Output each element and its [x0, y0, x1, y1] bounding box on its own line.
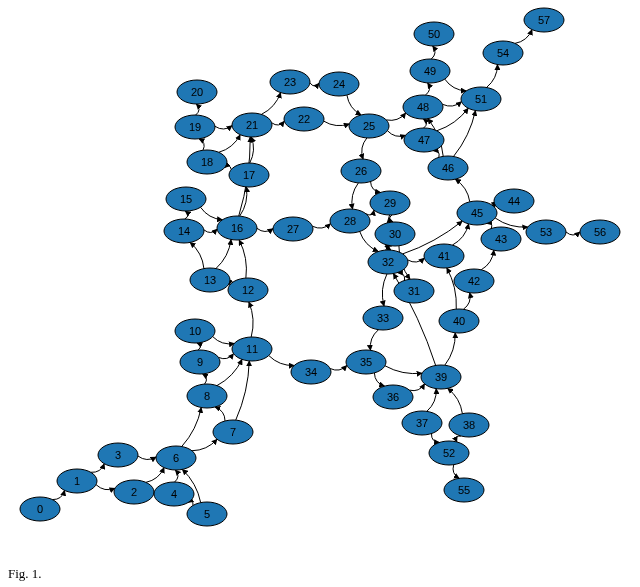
- node-56: 56: [580, 220, 620, 244]
- node-4: 4: [154, 482, 194, 506]
- node-ellipse-5: [187, 502, 227, 526]
- node-8: 8: [187, 384, 227, 408]
- node-ellipse-56: [580, 220, 620, 244]
- edge-3-6: [138, 456, 156, 459]
- node-ellipse-53: [526, 220, 566, 244]
- node-ellipse-40: [439, 309, 479, 333]
- edge-13-14: [190, 242, 204, 268]
- node-33: 33: [363, 306, 403, 330]
- edge-49-51: [445, 79, 466, 91]
- node-ellipse-41: [424, 244, 464, 268]
- node-35: 35: [346, 350, 386, 374]
- edge-49-50: [431, 46, 435, 59]
- node-23: 23: [270, 70, 310, 94]
- node-57: 57: [524, 8, 564, 32]
- edge-35-36: [374, 373, 384, 386]
- node-ellipse-2: [114, 480, 154, 504]
- edge-43-45: [487, 223, 492, 228]
- node-ellipse-32: [368, 250, 408, 274]
- edge-40-42: [463, 293, 470, 310]
- edge-38-52: [456, 436, 461, 442]
- node-18: 18: [187, 150, 227, 174]
- node-13: 13: [190, 268, 230, 292]
- node-10: 10: [175, 319, 215, 343]
- node-ellipse-10: [175, 319, 215, 343]
- node-3: 3: [98, 443, 138, 467]
- edge-7-8: [215, 407, 225, 421]
- edge-19-21: [215, 126, 232, 129]
- node-0: 0: [20, 497, 60, 521]
- edge-0-1: [52, 490, 64, 499]
- node-52: 52: [429, 441, 469, 465]
- node-40: 40: [439, 309, 479, 333]
- node-31: 31: [394, 279, 434, 303]
- edge-35-39: [385, 366, 422, 374]
- node-ellipse-22: [284, 107, 324, 131]
- edge-19-20: [196, 104, 199, 115]
- node-ellipse-4: [154, 482, 194, 506]
- edge-18-21: [219, 135, 240, 153]
- node-5: 5: [187, 502, 227, 526]
- node-ellipse-18: [187, 150, 227, 174]
- edge-26-28: [352, 183, 359, 209]
- node-36: 36: [373, 385, 413, 409]
- edge-6-7: [192, 439, 217, 450]
- node-42: 42: [454, 269, 494, 293]
- node-14: 14: [164, 219, 204, 243]
- node-11: 11: [232, 337, 272, 361]
- edge-21-22: [272, 121, 285, 125]
- node-38: 38: [449, 413, 489, 437]
- node-ellipse-42: [454, 269, 494, 293]
- edge-52-55: [453, 465, 459, 479]
- edge-37-52: [431, 434, 439, 443]
- node-1: 1: [57, 469, 97, 493]
- node-ellipse-9: [180, 350, 220, 374]
- node-ellipse-16: [217, 216, 257, 240]
- edge-25-48: [386, 113, 405, 120]
- node-2: 2: [114, 480, 154, 504]
- edge-37-39: [427, 389, 436, 412]
- nodes-layer: 0123456789101112131415161718192021222324…: [20, 8, 620, 526]
- node-15: 15: [166, 187, 206, 211]
- edge-22-25: [324, 121, 350, 126]
- edge-1-3: [91, 464, 105, 473]
- node-32: 32: [368, 250, 408, 274]
- edge-53-56: [566, 232, 580, 235]
- node-ellipse-1: [57, 469, 97, 493]
- node-25: 25: [349, 114, 389, 138]
- edge-6-8: [182, 407, 202, 446]
- node-53: 53: [526, 220, 566, 244]
- edge-24-25: [347, 95, 361, 115]
- node-ellipse-37: [402, 411, 442, 435]
- edge-10-11: [213, 337, 235, 344]
- edge-8-11: [217, 359, 242, 385]
- edge-30-32: [389, 246, 392, 250]
- node-ellipse-35: [346, 350, 386, 374]
- node-ellipse-26: [341, 159, 381, 183]
- node-ellipse-46: [428, 156, 468, 180]
- node-ellipse-57: [524, 8, 564, 32]
- edge-16-17: [240, 187, 247, 216]
- node-50: 50: [414, 22, 454, 46]
- node-ellipse-12: [228, 278, 268, 302]
- node-51: 51: [461, 87, 501, 111]
- node-ellipse-49: [410, 59, 450, 83]
- node-ellipse-28: [330, 209, 370, 233]
- edge-36-39: [409, 384, 424, 391]
- node-19: 19: [175, 115, 215, 139]
- edge-14-16: [204, 229, 217, 232]
- edge-1-2: [96, 485, 115, 490]
- node-ellipse-45: [457, 201, 497, 225]
- node-48: 48: [403, 95, 443, 119]
- node-24: 24: [319, 72, 359, 96]
- edge-34-35: [330, 365, 347, 370]
- edge-46-47: [433, 151, 439, 158]
- node-28: 28: [330, 209, 370, 233]
- edge-14-15: [185, 211, 188, 219]
- node-ellipse-14: [164, 219, 204, 243]
- node-7: 7: [213, 420, 253, 444]
- node-ellipse-51: [461, 87, 501, 111]
- node-ellipse-24: [319, 72, 359, 96]
- figure-caption: Fig. 1.: [8, 566, 42, 581]
- edge-42-43: [481, 250, 494, 270]
